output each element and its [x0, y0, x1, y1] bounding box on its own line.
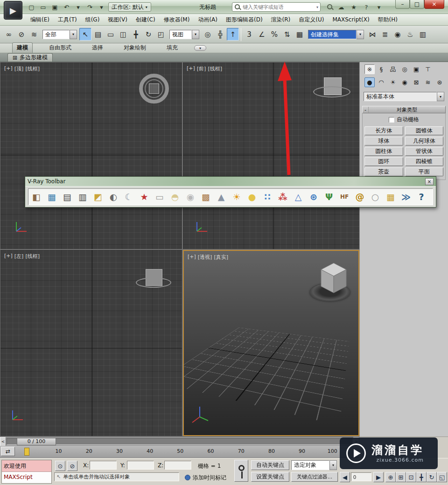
autogrid-checkbox[interactable] [389, 117, 394, 123]
shading-mode-button[interactable]: [真实] [214, 254, 228, 261]
edit-named-selections-icon[interactable]: ▦ [294, 28, 306, 41]
shading-mode-button[interactable]: [线框] [25, 65, 40, 72]
community-icon[interactable]: ☁ [336, 3, 346, 11]
select-and-move-icon[interactable]: ╋ [130, 28, 142, 41]
close-button[interactable]: × [424, 0, 444, 9]
chevron-down-icon[interactable]: ▾ [357, 30, 364, 39]
set-key-button[interactable]: 设置关键点 [251, 472, 289, 482]
view-name-button[interactable]: [左] [14, 253, 24, 260]
view-name-button[interactable]: [顶] [14, 65, 24, 72]
previous-frame-button[interactable]: ◀ [340, 472, 350, 482]
select-and-scale-icon[interactable]: ◰ [155, 28, 167, 41]
chevron-down-icon[interactable]: ▾ [329, 460, 337, 470]
zoom-icon[interactable]: ⊕ [385, 472, 396, 482]
viewport-menu-button[interactable]: [+] [187, 65, 195, 72]
maximize-viewport-icon[interactable]: ◱ [437, 472, 447, 482]
object-type-button[interactable]: 长方体 [364, 126, 403, 135]
menu-item[interactable]: 编辑(E) [26, 14, 54, 25]
next-frame-button[interactable]: ▶ [373, 472, 384, 482]
lights-category[interactable]: ☀ [388, 77, 398, 87]
chevron-down-icon[interactable]: ▾ [316, 5, 318, 9]
align-icon[interactable]: ≣ [379, 28, 391, 41]
select-and-link-icon[interactable]: ∞ [3, 28, 15, 41]
keyboard-override-icon[interactable]: ↑ [227, 28, 239, 41]
modify-tab[interactable]: § [376, 64, 386, 74]
x-coordinate-field[interactable] [90, 461, 117, 470]
menu-item[interactable]: 图形编辑器(D) [222, 14, 267, 25]
vray-export-icon[interactable]: ≫ [399, 189, 413, 204]
create-tab[interactable]: ※ [364, 64, 375, 74]
search-input[interactable] [243, 4, 315, 10]
collapse-icon[interactable]: - [363, 107, 369, 113]
current-frame-field[interactable] [351, 472, 371, 481]
object-type-button[interactable]: 茶壶 [364, 167, 403, 176]
mini-curve-editor-icon[interactable]: ⇄ [1, 447, 15, 456]
vray-toolbar-window[interactable]: V-Ray Toolbar × ◧▦▤▥◩◐☾★▭◓◉▩▲☀●∷⁂△⊛ΨHF@○… [25, 176, 436, 208]
object-ring-front-view[interactable] [313, 86, 350, 97]
key-filters-button[interactable]: 关键点过滤器... [291, 472, 338, 482]
unlink-selection-icon[interactable]: ⊘ [15, 28, 28, 41]
vray-building-icon[interactable]: ▦ [383, 189, 398, 204]
vray-lamp-icon[interactable]: ◩ [91, 189, 105, 204]
favorites-star-icon[interactable]: ★ [349, 3, 358, 11]
maxscript-mini-listener[interactable]: 欢迎使用 MAXScript [1, 460, 52, 484]
listener-line[interactable]: MAXScript [2, 472, 51, 483]
pan-icon[interactable]: ╋ [416, 472, 427, 482]
vray-vfb-icon[interactable]: ◧ [29, 189, 44, 204]
select-by-name-icon[interactable]: ▤ [92, 28, 104, 41]
object-type-button[interactable]: 四棱锥 [405, 157, 444, 166]
shading-mode-button[interactable]: [线框] [208, 65, 222, 72]
menu-item[interactable]: 创建(C) [132, 14, 160, 25]
open-file-icon[interactable]: ▭ [38, 2, 49, 12]
select-and-manipulate-icon[interactable]: ╬ [214, 28, 226, 41]
utilities-tab[interactable]: ⊤ [423, 64, 433, 74]
y-coordinate-field[interactable] [127, 461, 154, 470]
ribbon-tab[interactable]: 建模 [12, 42, 33, 53]
motion-tab[interactable]: ◎ [399, 64, 410, 74]
key-filter-dropdown[interactable]: 选定对象 ▾ [291, 460, 337, 470]
time-slider-prev-button[interactable]: < [0, 437, 6, 446]
vray-fur-icon[interactable]: HF [337, 189, 352, 204]
vray-lights-icon[interactable]: ★ [137, 189, 152, 204]
helpers-category[interactable]: ⊠ [411, 77, 421, 87]
viewport-top[interactable]: [+] [顶] [线框] [0, 62, 182, 249]
vray-help-icon[interactable]: ? [414, 189, 429, 204]
angle-snap-icon[interactable]: ∠ [256, 28, 268, 41]
object-ring-left-view[interactable] [136, 277, 171, 288]
isolate-selection-icon[interactable]: ⊙ [55, 461, 65, 471]
close-icon[interactable]: × [425, 178, 434, 185]
reference-coordinate-dropdown[interactable]: 视图 ▾ [169, 30, 199, 39]
help-icon[interactable]: ? [362, 3, 371, 11]
viewport-menu-button[interactable]: [+] [4, 65, 13, 72]
time-slider-handle[interactable]: 0 / 100 [17, 438, 56, 445]
current-frame-marker[interactable] [24, 448, 29, 456]
object-box-top-view[interactable] [149, 83, 159, 94]
cameras-category[interactable]: ◉ [399, 77, 410, 87]
mirror-icon[interactable]: ⋈ [366, 28, 378, 41]
ribbon-tab[interactable]: 对象绘制 [119, 43, 150, 53]
systems-category[interactable]: ⊛ [434, 77, 445, 87]
display-tab[interactable]: ▣ [411, 64, 421, 74]
object-type-button[interactable]: 平面 [405, 167, 444, 176]
macro-recorder-line[interactable]: 欢迎使用 [2, 460, 51, 472]
chevron-down-icon[interactable]: ▾ [437, 92, 444, 101]
vray-dome-light-icon[interactable]: ◓ [168, 189, 182, 204]
ribbon-tab[interactable]: 选择 [88, 43, 107, 53]
rectangular-selection-icon[interactable]: ▭ [105, 28, 117, 41]
ribbon-tab[interactable]: 填充 [162, 43, 182, 53]
view-name-button[interactable]: [透视] [198, 254, 212, 261]
rendered-frame-icon[interactable]: ▥ [417, 28, 429, 41]
ribbon-tab[interactable]: 自由形式 [45, 43, 76, 53]
select-object-icon[interactable]: ↖ [79, 28, 91, 41]
auto-key-button[interactable]: 自动关键点 [251, 460, 289, 470]
vray-camera-light-icon[interactable]: ◐ [106, 189, 121, 204]
menu-item[interactable]: 帮助(H) [374, 14, 402, 25]
time-slider-track[interactable] [7, 438, 353, 445]
hierarchy-tab[interactable]: 品 [388, 64, 398, 74]
primitive-category-dropdown[interactable]: 标准基本体 ▾ [364, 92, 444, 101]
view-name-button[interactable]: [前] [197, 65, 206, 72]
save-file-icon[interactable]: ▣ [49, 2, 60, 12]
shapes-category[interactable]: ◠ [376, 77, 386, 87]
object-type-button[interactable]: 圆锥体 [405, 126, 444, 135]
object-type-button[interactable]: 管状体 [405, 147, 444, 156]
